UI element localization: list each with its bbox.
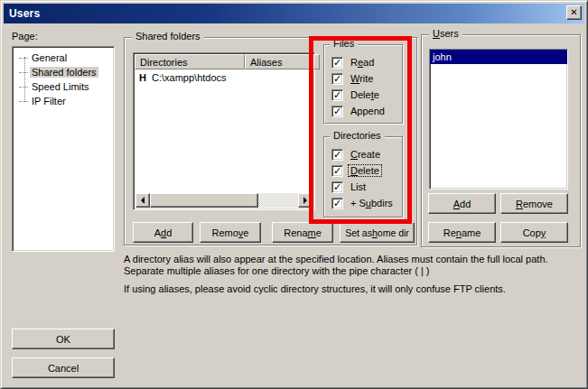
checkbox-box[interactable]: ✓ xyxy=(331,57,343,69)
scroll-left-button[interactable] xyxy=(135,193,150,208)
user-remove-button[interactable]: Remove xyxy=(500,193,568,214)
folder-rename-button[interactable]: Rename xyxy=(272,222,333,243)
checkbox-dirs-create[interactable]: ✓ Create xyxy=(331,148,382,161)
checkbox-box[interactable]: ✓ xyxy=(331,106,343,117)
tree-item-ip-filter[interactable]: IP Filter xyxy=(13,94,114,108)
users-dialog: Users ✕ Page: General Shared folders Spe… xyxy=(0,0,588,389)
checkmark-icon: ✓ xyxy=(333,150,341,160)
page-label: Page: xyxy=(12,31,38,42)
folder-add-button[interactable]: Add xyxy=(133,222,193,243)
checkbox-box[interactable]: ✓ xyxy=(331,165,343,177)
checkmark-icon: ✓ xyxy=(333,107,341,116)
checkbox-dirs-list[interactable]: ✓ List xyxy=(331,181,368,193)
column-header-aliases[interactable]: Aliases xyxy=(245,54,313,69)
listview-header: Directories Aliases xyxy=(135,54,313,69)
close-button[interactable]: ✕ xyxy=(566,5,582,20)
arrow-right-icon xyxy=(303,197,307,204)
folder-remove-button[interactable]: Remove xyxy=(200,222,261,243)
checkbox-box[interactable]: ✓ xyxy=(331,181,343,193)
tree-branch-icon xyxy=(19,87,28,88)
shared-folders-group-label: Shared folders xyxy=(132,31,204,42)
set-as-home-dir-button[interactable]: Set as home dir xyxy=(340,222,415,243)
directories-group-label: Directories xyxy=(330,130,385,141)
checkbox-files-read[interactable]: ✓ Read xyxy=(331,56,376,69)
tree-branch-icon xyxy=(19,72,28,73)
users-group-label: Users xyxy=(429,28,462,39)
ok-button[interactable]: OK xyxy=(12,329,115,349)
user-add-button[interactable]: Add xyxy=(428,193,496,214)
column-header-directories[interactable]: Directories xyxy=(135,54,245,69)
cancel-button[interactable]: Cancel xyxy=(12,357,115,378)
tree-item-general[interactable]: General xyxy=(13,51,114,65)
tree-branch-icon xyxy=(19,101,28,102)
tree-item-speed-limits[interactable]: Speed Limits xyxy=(13,79,114,94)
scroll-right-button[interactable] xyxy=(298,193,313,208)
checkmark-icon: ✓ xyxy=(333,90,341,100)
tree-item-shared-folders[interactable]: Shared folders xyxy=(13,65,114,79)
scrollbar-thumb[interactable] xyxy=(150,193,258,208)
alias-help-text: A directory alias will also appear at th… xyxy=(124,254,583,277)
checkbox-files-write[interactable]: ✓ Write xyxy=(331,72,375,85)
column-header-filler xyxy=(313,54,320,69)
checkmark-icon: ✓ xyxy=(333,58,341,68)
checkbox-files-delete[interactable]: ✓ Delete xyxy=(331,88,381,101)
directories-listview: Directories Aliases H C:\xampp\htdocs xyxy=(133,52,315,210)
directory-path: C:\xampp\htdocs xyxy=(152,72,227,83)
users-listbox[interactable]: john xyxy=(429,49,568,190)
list-item-user-john[interactable]: john xyxy=(430,50,567,64)
checkmark-icon: ✓ xyxy=(333,199,341,208)
files-group-label: Files xyxy=(330,38,358,49)
checkmark-icon: ✓ xyxy=(333,166,341,176)
checkbox-box[interactable]: ✓ xyxy=(331,198,343,209)
user-copy-button[interactable]: Copy xyxy=(500,222,568,243)
checkbox-dirs-delete[interactable]: ✓ Delete xyxy=(331,164,381,177)
page-tree: General Shared folders Speed Limits IP F… xyxy=(12,46,115,252)
user-rename-button[interactable]: Rename xyxy=(428,222,496,243)
close-icon: ✕ xyxy=(570,8,577,17)
arrow-left-icon xyxy=(141,197,145,204)
checkbox-files-append[interactable]: ✓ Append xyxy=(331,105,387,117)
table-row[interactable]: H C:\xampp\htdocs xyxy=(135,70,313,84)
checkmark-icon: ✓ xyxy=(333,74,341,84)
checkmark-icon: ✓ xyxy=(333,182,341,192)
titlebar[interactable]: Users xyxy=(4,4,584,23)
scrollbar-track[interactable] xyxy=(258,193,298,208)
cyclic-warning-text: If using aliases, please avoid cyclic di… xyxy=(124,283,583,295)
checkbox-box[interactable]: ✓ xyxy=(331,73,343,85)
checkbox-box[interactable]: ✓ xyxy=(331,149,343,161)
checkbox-box[interactable]: ✓ xyxy=(331,89,343,101)
checkbox-dirs-subdirs[interactable]: ✓ + Subdirs xyxy=(331,197,395,209)
horizontal-scrollbar[interactable] xyxy=(135,193,313,208)
window-title: Users xyxy=(9,7,40,20)
tree-branch-icon xyxy=(19,58,28,59)
home-dir-flag: H xyxy=(139,72,152,83)
